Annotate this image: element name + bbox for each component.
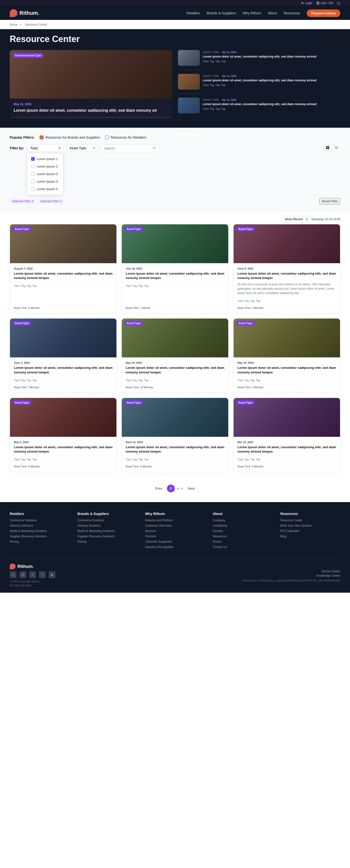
footer-retailers-link-5[interactable]: Pricing — [10, 540, 69, 544]
selected-filter-1[interactable]: Selected Filter × — [10, 198, 36, 204]
request-demo-button[interactable]: Request a Demo — [307, 9, 340, 17]
prev-page-button[interactable]: Prev — [152, 485, 165, 492]
card-9-date: Mar 10, 2023 — [237, 441, 336, 443]
dropdown-item-5[interactable]: Lorem Ipsum 5 — [27, 185, 63, 193]
footer-col-why: Why Rithum Network and Platform Customer… — [145, 512, 205, 551]
card-5[interactable]: Asset Type May 24, 2023 Lorem ipsum dolo… — [121, 318, 229, 393]
footer-why-link-4[interactable]: Partners — [145, 535, 205, 538]
login-link[interactable]: Login — [301, 1, 312, 5]
list-view-button[interactable] — [332, 144, 340, 152]
card-9[interactable]: Asset Type Mar 10, 2023 Lorem ipsum dolo… — [233, 398, 340, 472]
footer-social: in ✕ f ▶ — [10, 571, 55, 578]
nav-retailers[interactable]: Retailers — [186, 11, 200, 15]
footer-about-link-4[interactable]: Newsroom — [213, 535, 272, 538]
card-7[interactable]: Asset Type May 2, 2023 Lorem ipsum dolor… — [10, 398, 117, 472]
nav-brands[interactable]: Brands & Suppliers — [207, 11, 236, 15]
knowledge-center-link[interactable]: Knowledge Center — [242, 574, 340, 577]
language-selector[interactable]: USA - EN — [316, 1, 333, 5]
card-5-body: May 24, 2023 Lorem ipsum dolor sit amet,… — [122, 358, 228, 392]
dropdown-item-1[interactable]: Lorem Ipsum 1 — [27, 155, 63, 163]
dd-checkbox-1[interactable] — [31, 157, 35, 161]
footer-why-link-6[interactable]: Awards & Recognition — [145, 545, 205, 549]
footer-about-link-1[interactable]: Company — [213, 519, 272, 522]
card-3[interactable]: Asset Type June 8, 2023 Lorem ipsum dolo… — [233, 224, 340, 313]
youtube-icon[interactable]: ▶ — [49, 571, 55, 578]
nav-resources[interactable]: Resources — [284, 11, 300, 15]
twitter-icon[interactable]: ✕ — [29, 571, 36, 578]
footer-brands-link-4[interactable]: Supplier Discovery Solutions — [77, 535, 137, 538]
footer-brands-link-2[interactable]: Delivery Solutions — [77, 524, 137, 527]
footer-why-link-2[interactable]: Customer Outcomes — [145, 524, 205, 527]
card-7-read-time: Read Time: 8 Minutes — [14, 463, 113, 468]
selected-filter-2[interactable]: Selected Filter × — [38, 198, 64, 204]
breadcrumb-home[interactable]: Home — [10, 23, 18, 26]
card-4[interactable]: Asset Type June 1, 2023 Lorem ipsum dolo… — [10, 318, 117, 393]
footer-resources-link-1[interactable]: Resource Center — [281, 519, 340, 522]
dropdown-item-4[interactable]: Lorem Ipsum 4 — [27, 178, 63, 185]
footer-about-link-2[interactable]: Leadership — [213, 524, 272, 527]
remove-filter-1[interactable]: × — [32, 199, 33, 203]
featured-card[interactable]: Featured Asset Type May 31, 2023 Lorem i… — [10, 50, 172, 118]
footer-about-link-6[interactable]: Contact Us — [213, 545, 272, 549]
side-article-2-meta: ASSET TYPE Apr 11, 2023 — [203, 74, 340, 78]
side-article-2-type: ASSET TYPE — [203, 75, 219, 78]
remove-filter-2[interactable]: × — [60, 199, 61, 203]
footer-brands-link-1[interactable]: Commerce Solutions — [77, 519, 137, 522]
dd-checkbox-4[interactable] — [31, 180, 35, 183]
logo[interactable]: Rithum. — [10, 9, 39, 17]
dd-checkbox-5[interactable] — [31, 187, 35, 191]
footer-brands-link-5[interactable]: Pricing — [77, 540, 137, 544]
footer-retailers-link-4[interactable]: Supplier Discovery Solutions — [10, 535, 69, 538]
card-6-badge: Asset Type — [236, 321, 255, 326]
instagram-icon[interactable] — [20, 571, 26, 578]
asset-type-select[interactable]: Asset Type — [66, 144, 98, 152]
card-1[interactable]: Asset Type August 7, 2022 Lorem ipsum do… — [10, 224, 117, 313]
footer-retailers-link-3[interactable]: Media & Marketing Solutions — [10, 529, 69, 533]
footer-logo[interactable]: Rithum. — [10, 563, 55, 569]
card-view-button[interactable] — [324, 144, 331, 152]
side-article-1[interactable]: ASSET TYPE Apr 11, 2023 Lorem ipsum dolo… — [178, 50, 340, 70]
footer-why-link-1[interactable]: Network and Platform — [145, 519, 205, 522]
filter-brands-checkbox[interactable] — [39, 135, 43, 140]
side-article-3[interactable]: ASSET TYPE Apr 11, 2023 Lorem ipsum dolo… — [178, 98, 340, 117]
footer-resources-link-2[interactable]: Build Your Own Solution — [281, 524, 340, 527]
dropdown-item-2[interactable]: Lorem Ipsum 2 — [27, 163, 63, 170]
search-input[interactable] — [101, 145, 150, 152]
svg-rect-5 — [328, 146, 329, 147]
footer-retailers-link-2[interactable]: Delivery Solutions — [10, 524, 69, 527]
dd-checkbox-3[interactable] — [31, 172, 35, 176]
current-page[interactable]: 2 — [167, 485, 175, 492]
card-3-body: June 8, 2023 Lorem ipsum dolor sit amet,… — [234, 263, 340, 313]
service-status-link[interactable]: Service Status — [242, 569, 340, 573]
footer-resources-link-3[interactable]: ROI Calculator — [281, 529, 340, 533]
nav-about[interactable]: About — [268, 11, 277, 15]
next-page-button[interactable]: Next — [185, 485, 198, 492]
dd-checkbox-2[interactable] — [31, 165, 35, 168]
card-8[interactable]: Asset Type April 15, 2023 Lorem ipsum do… — [121, 398, 229, 472]
footer-resources-link-4[interactable]: Blog — [281, 535, 340, 538]
filter-brands-suppliers[interactable]: Resources for Brands and Suppliers — [39, 135, 100, 140]
card-2[interactable]: Asset Type July 18, 2022 Lorem ipsum dol… — [121, 224, 229, 313]
filter-retailers-checkbox[interactable] — [105, 135, 109, 140]
reset-filter-button[interactable]: Reset Filter — [319, 198, 340, 205]
sort-select[interactable]: Most Recent — [283, 216, 309, 222]
footer-brands-link-3[interactable]: Media & Marketing Solutions — [77, 529, 137, 533]
topic-select[interactable]: Topic — [27, 144, 59, 152]
facebook-icon[interactable]: f — [39, 571, 46, 578]
footer-why-link-5[interactable]: Channels Supported — [145, 540, 205, 544]
linkedin-icon[interactable]: in — [10, 571, 17, 578]
search-icon[interactable] — [337, 1, 340, 5]
dropdown-item-3[interactable]: Lorem Ipsum 3 — [27, 170, 63, 178]
footer-why-link-3[interactable]: Services — [145, 529, 205, 533]
card-6[interactable]: Asset Type May 16, 2023 Lorem ipsum dolo… — [233, 318, 340, 393]
footer-retailers-link-1[interactable]: Commerce Solutions — [10, 519, 69, 522]
footer-about-link-3[interactable]: Careers — [213, 529, 272, 533]
cards-grid: Asset Type August 7, 2022 Lorem ipsum do… — [0, 224, 350, 480]
side-article-1-content: ASSET TYPE Apr 11, 2023 Lorem ipsum dolo… — [203, 50, 340, 63]
card-4-read-time: Read Time 7 Minutes — [14, 383, 113, 389]
search-button[interactable] — [150, 145, 159, 152]
filter-retailers[interactable]: Resources for Retailers — [105, 135, 146, 140]
side-article-2[interactable]: ASSET TYPE Apr 11, 2023 Lorem ipsum dolo… — [178, 74, 340, 94]
nav-why-rithum[interactable]: Why Rithum — [242, 11, 261, 15]
footer-about-link-5[interactable]: Events — [213, 540, 272, 544]
